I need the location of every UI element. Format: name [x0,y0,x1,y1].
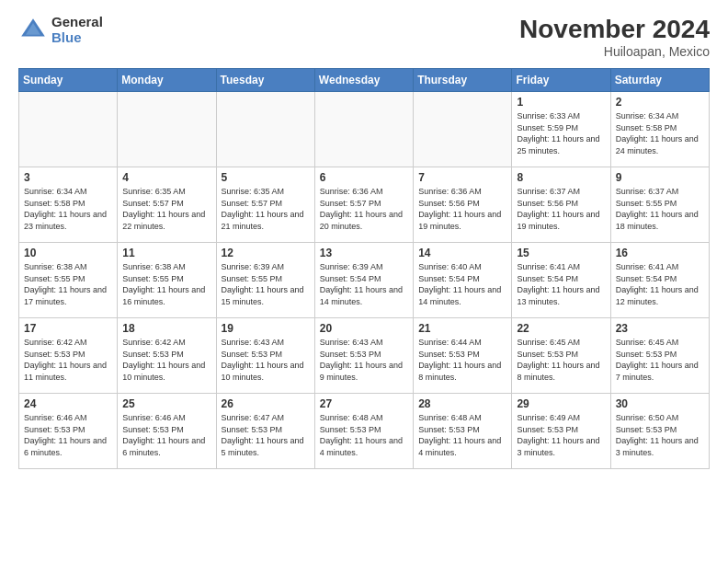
day-info: Sunrise: 6:33 AMSunset: 5:59 PMDaylight:… [517,110,605,156]
day-number: 19 [222,322,310,335]
day-info: Sunrise: 6:45 AMSunset: 5:53 PMDaylight:… [616,337,704,383]
col-saturday: Saturday [610,69,709,92]
page: General Blue November 2024 Huiloapan, Me… [0,0,728,563]
day-number: 5 [222,171,310,184]
day-number: 27 [320,397,408,410]
day-number: 25 [122,397,210,410]
cell-1-0: 3Sunrise: 6:34 AMSunset: 5:58 PMDaylight… [19,167,118,243]
day-number: 20 [320,322,408,335]
day-info: Sunrise: 6:34 AMSunset: 5:58 PMDaylight:… [24,186,112,232]
cell-0-3 [314,92,413,167]
logo-general: General [51,15,103,30]
logo-text: General Blue [51,15,103,45]
day-number: 16 [616,247,704,259]
cell-1-1: 4Sunrise: 6:35 AMSunset: 5:57 PMDaylight… [118,167,216,243]
cell-0-1 [118,92,216,167]
day-info: Sunrise: 6:41 AMSunset: 5:54 PMDaylight:… [616,261,704,307]
day-number: 3 [24,171,112,184]
cell-4-0: 24Sunrise: 6:46 AMSunset: 5:53 PMDayligh… [19,394,118,469]
cell-0-6: 2Sunrise: 6:34 AMSunset: 5:58 PMDaylight… [610,92,709,167]
day-info: Sunrise: 6:37 AMSunset: 5:55 PMDaylight:… [616,186,704,232]
day-info: Sunrise: 6:37 AMSunset: 5:56 PMDaylight:… [517,186,605,232]
day-number: 6 [320,171,408,184]
cell-0-5: 1Sunrise: 6:33 AMSunset: 5:59 PMDaylight… [512,92,610,167]
calendar-header: Sunday Monday Tuesday Wednesday Thursday… [19,69,710,92]
cell-2-3: 13Sunrise: 6:39 AMSunset: 5:54 PMDayligh… [314,243,413,318]
cell-0-4 [414,92,512,167]
cell-2-5: 15Sunrise: 6:41 AMSunset: 5:54 PMDayligh… [512,243,610,318]
col-tuesday: Tuesday [216,69,314,92]
day-info: Sunrise: 6:48 AMSunset: 5:53 PMDaylight:… [320,412,408,458]
week-row-4: 24Sunrise: 6:46 AMSunset: 5:53 PMDayligh… [19,394,710,469]
day-number: 26 [222,397,310,410]
cell-4-3: 27Sunrise: 6:48 AMSunset: 5:53 PMDayligh… [314,394,413,469]
cell-0-0 [19,92,118,167]
cell-3-3: 20Sunrise: 6:43 AMSunset: 5:53 PMDayligh… [314,318,413,394]
cell-3-5: 22Sunrise: 6:45 AMSunset: 5:53 PMDayligh… [512,318,610,394]
col-wednesday: Wednesday [314,69,413,92]
day-info: Sunrise: 6:46 AMSunset: 5:53 PMDaylight:… [24,412,112,458]
logo: General Blue [18,15,103,45]
cell-1-3: 6Sunrise: 6:36 AMSunset: 5:57 PMDaylight… [314,167,413,243]
day-number: 12 [222,247,310,259]
cell-3-6: 23Sunrise: 6:45 AMSunset: 5:53 PMDayligh… [610,318,709,394]
cell-1-5: 8Sunrise: 6:37 AMSunset: 5:56 PMDaylight… [512,167,610,243]
cell-4-6: 30Sunrise: 6:50 AMSunset: 5:53 PMDayligh… [610,394,709,469]
cell-2-6: 16Sunrise: 6:41 AMSunset: 5:54 PMDayligh… [610,243,709,318]
day-number: 30 [616,397,704,410]
title-area: November 2024 Huiloapan, Mexico [519,15,710,59]
day-info: Sunrise: 6:39 AMSunset: 5:55 PMDaylight:… [222,261,310,307]
day-number: 18 [122,322,210,335]
header: General Blue November 2024 Huiloapan, Me… [18,15,710,59]
day-info: Sunrise: 6:39 AMSunset: 5:54 PMDaylight:… [320,261,408,307]
day-info: Sunrise: 6:42 AMSunset: 5:53 PMDaylight:… [24,337,112,383]
day-number: 2 [616,96,704,109]
week-row-2: 10Sunrise: 6:38 AMSunset: 5:55 PMDayligh… [19,243,710,318]
day-info: Sunrise: 6:46 AMSunset: 5:53 PMDaylight:… [122,412,210,458]
day-number: 13 [320,247,408,259]
day-info: Sunrise: 6:38 AMSunset: 5:55 PMDaylight:… [24,261,112,307]
week-row-3: 17Sunrise: 6:42 AMSunset: 5:53 PMDayligh… [19,318,710,394]
logo-blue: Blue [51,30,103,46]
header-row: Sunday Monday Tuesday Wednesday Thursday… [19,69,710,92]
day-info: Sunrise: 6:42 AMSunset: 5:53 PMDaylight:… [122,337,210,383]
day-number: 10 [24,247,112,259]
col-thursday: Thursday [414,69,512,92]
cell-2-4: 14Sunrise: 6:40 AMSunset: 5:54 PMDayligh… [414,243,512,318]
logo-icon [18,16,48,45]
subtitle: Huiloapan, Mexico [519,44,710,59]
day-number: 23 [616,322,704,335]
week-row-1: 3Sunrise: 6:34 AMSunset: 5:58 PMDaylight… [19,167,710,243]
col-friday: Friday [512,69,610,92]
day-info: Sunrise: 6:43 AMSunset: 5:53 PMDaylight:… [320,337,408,383]
day-info: Sunrise: 6:47 AMSunset: 5:53 PMDaylight:… [222,412,310,458]
calendar-body: 1Sunrise: 6:33 AMSunset: 5:59 PMDaylight… [19,92,710,469]
cell-4-4: 28Sunrise: 6:48 AMSunset: 5:53 PMDayligh… [414,394,512,469]
day-number: 7 [418,171,506,184]
day-info: Sunrise: 6:48 AMSunset: 5:53 PMDaylight:… [418,412,506,458]
cell-3-0: 17Sunrise: 6:42 AMSunset: 5:53 PMDayligh… [19,318,118,394]
day-number: 9 [616,171,704,184]
day-number: 22 [517,322,605,335]
day-info: Sunrise: 6:44 AMSunset: 5:53 PMDaylight:… [418,337,506,383]
cell-2-1: 11Sunrise: 6:38 AMSunset: 5:55 PMDayligh… [118,243,216,318]
cell-1-6: 9Sunrise: 6:37 AMSunset: 5:55 PMDaylight… [610,167,709,243]
day-info: Sunrise: 6:41 AMSunset: 5:54 PMDaylight:… [517,261,605,307]
month-title: November 2024 [519,15,710,44]
day-info: Sunrise: 6:36 AMSunset: 5:56 PMDaylight:… [418,186,506,232]
day-number: 21 [418,322,506,335]
day-info: Sunrise: 6:35 AMSunset: 5:57 PMDaylight:… [222,186,310,232]
cell-1-4: 7Sunrise: 6:36 AMSunset: 5:56 PMDaylight… [414,167,512,243]
day-info: Sunrise: 6:50 AMSunset: 5:53 PMDaylight:… [616,412,704,458]
day-number: 15 [517,247,605,259]
cell-3-4: 21Sunrise: 6:44 AMSunset: 5:53 PMDayligh… [414,318,512,394]
week-row-0: 1Sunrise: 6:33 AMSunset: 5:59 PMDaylight… [19,92,710,167]
day-info: Sunrise: 6:38 AMSunset: 5:55 PMDaylight:… [122,261,210,307]
cell-1-2: 5Sunrise: 6:35 AMSunset: 5:57 PMDaylight… [216,167,314,243]
day-info: Sunrise: 6:40 AMSunset: 5:54 PMDaylight:… [418,261,506,307]
col-monday: Monday [118,69,216,92]
day-info: Sunrise: 6:43 AMSunset: 5:53 PMDaylight:… [222,337,310,383]
day-number: 8 [517,171,605,184]
cell-4-2: 26Sunrise: 6:47 AMSunset: 5:53 PMDayligh… [216,394,314,469]
cell-0-2 [216,92,314,167]
